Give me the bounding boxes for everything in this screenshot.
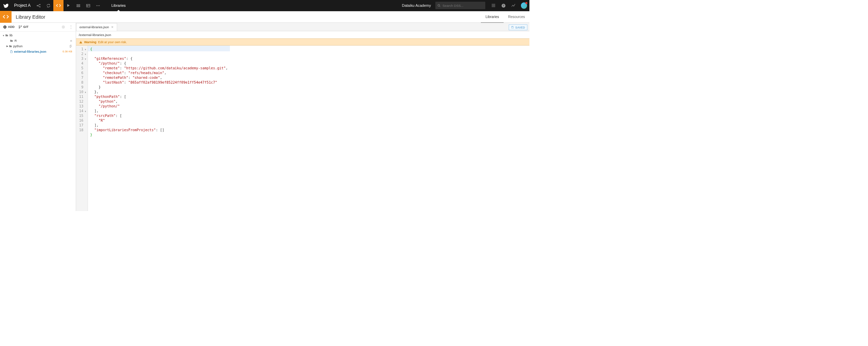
user-avatar[interactable] (521, 2, 527, 8)
close-tab-icon[interactable]: ✕ (111, 25, 114, 29)
svg-point-1 (39, 4, 40, 5)
search-icon (437, 4, 441, 7)
more-icon[interactable] (93, 0, 103, 11)
editor-path: /external-libraries.json (76, 31, 529, 38)
tree-folder-r[interactable]: R R (2, 38, 74, 44)
code-content[interactable]: { "gitReferences": { "/python/": { "remo… (88, 46, 230, 211)
plus-circle-icon (3, 25, 7, 29)
svg-point-27 (21, 25, 22, 27)
file-icon (10, 50, 13, 53)
flow-icon[interactable] (34, 0, 43, 11)
tab-resources[interactable]: Resources (504, 11, 529, 22)
tree-folder-lib[interactable]: ▼ lib (2, 33, 74, 38)
library-editor-icon (0, 11, 12, 22)
svg-point-8 (96, 5, 97, 6)
folder-icon (9, 45, 12, 48)
svg-point-25 (19, 25, 20, 27)
panel-icon[interactable] (83, 0, 93, 11)
top-nav: Project A Libraries Dataiku Academy ? (0, 0, 529, 11)
line-gutter: 1▼ 2▼ 3▼ 4 5 6 7 8 9 10▼ 11 12 13 14▼ 15… (76, 46, 88, 211)
warning-label: Warning (84, 40, 96, 44)
add-button[interactable]: ADD (3, 25, 15, 29)
editor-tab-label: external-libraries.json (79, 25, 109, 29)
tree-file-external-libraries[interactable]: external-libraries.json 0.36 KB (2, 49, 74, 54)
save-icon (511, 26, 514, 29)
svg-rect-5 (87, 4, 90, 7)
project-name[interactable]: Project A (11, 3, 34, 8)
git-button-label: GIT (23, 25, 29, 29)
play-icon[interactable] (64, 0, 73, 11)
svg-rect-16 (492, 5, 492, 6)
svg-point-2 (39, 6, 40, 7)
page-title: Library Editor (12, 14, 49, 20)
code-icon[interactable] (53, 0, 63, 11)
apps-grid-icon[interactable] (488, 0, 498, 11)
main-area: ADD GIT ⋮ ▼ lib (0, 23, 529, 211)
search-input[interactable] (442, 4, 483, 7)
editor-tabs: external-libraries.json ✕ SAVED (76, 23, 529, 31)
tree-label-python: python (13, 45, 22, 48)
svg-point-10 (99, 5, 100, 6)
svg-rect-15 (494, 4, 495, 5)
dataiku-bird-logo[interactable] (0, 0, 11, 11)
editor-tab-active[interactable]: external-libraries.json ✕ (76, 23, 117, 31)
python-lang-icon (69, 45, 74, 48)
svg-rect-19 (492, 6, 492, 7)
search-box[interactable] (435, 2, 485, 9)
file-tree: ▼ lib R R ▶ python (0, 32, 76, 56)
git-branch-icon (18, 25, 22, 29)
svg-line-12 (439, 6, 440, 7)
folder-icon (5, 34, 8, 37)
editor-area: external-libraries.json ✕ SAVED /externa… (76, 23, 529, 211)
help-icon[interactable]: ? (499, 0, 508, 11)
file-tree-sidebar: ADD GIT ⋮ ▼ lib (0, 23, 76, 211)
nav-academy-link[interactable]: Dataiku Academy (397, 3, 435, 7)
svg-rect-17 (493, 5, 494, 6)
sidebar-more-icon[interactable]: ⋮ (69, 24, 73, 29)
circle-arrows-icon[interactable] (43, 0, 53, 11)
warning-icon (79, 40, 83, 44)
svg-text:?: ? (503, 4, 504, 7)
nav-tab-libraries[interactable]: Libraries (107, 0, 130, 11)
svg-point-0 (37, 5, 37, 6)
svg-rect-18 (494, 5, 495, 6)
svg-rect-21 (494, 6, 495, 7)
svg-rect-20 (493, 6, 494, 7)
svg-point-9 (98, 5, 98, 6)
svg-rect-13 (492, 4, 492, 5)
activity-icon[interactable] (508, 0, 518, 11)
tree-label-lib: lib (10, 34, 13, 37)
folder-icon (10, 39, 13, 42)
git-button[interactable]: GIT (18, 25, 29, 29)
svg-rect-4 (77, 6, 80, 7)
stack-icon[interactable] (73, 0, 83, 11)
second-bar: Library Editor Libraries Resources (0, 11, 529, 23)
svg-rect-3 (77, 4, 80, 5)
svg-rect-30 (512, 27, 513, 27)
r-lang-icon: R (70, 39, 74, 42)
tree-label-file: external-libraries.json (14, 50, 46, 53)
sidebar-toolbar: ADD GIT ⋮ (0, 23, 76, 32)
svg-rect-14 (493, 4, 494, 5)
tree-label-r: R (15, 39, 17, 42)
warning-text: Edit at your own risk. (98, 40, 127, 44)
add-button-label: ADD (8, 25, 15, 29)
saved-badge: SAVED (509, 24, 527, 30)
locate-icon[interactable] (61, 25, 65, 29)
tree-folder-python[interactable]: ▶ python (2, 44, 74, 49)
saved-label: SAVED (515, 26, 525, 29)
svg-point-29 (63, 27, 64, 27)
warning-bar: Warning Edit at your own risk. (76, 38, 529, 46)
code-editor[interactable]: 1▼ 2▼ 3▼ 4 5 6 7 8 9 10▼ 11 12 13 14▼ 15… (76, 46, 529, 211)
svg-point-11 (438, 4, 440, 6)
tab-libraries[interactable]: Libraries (481, 11, 504, 22)
file-size: 0.36 KB (62, 50, 74, 53)
